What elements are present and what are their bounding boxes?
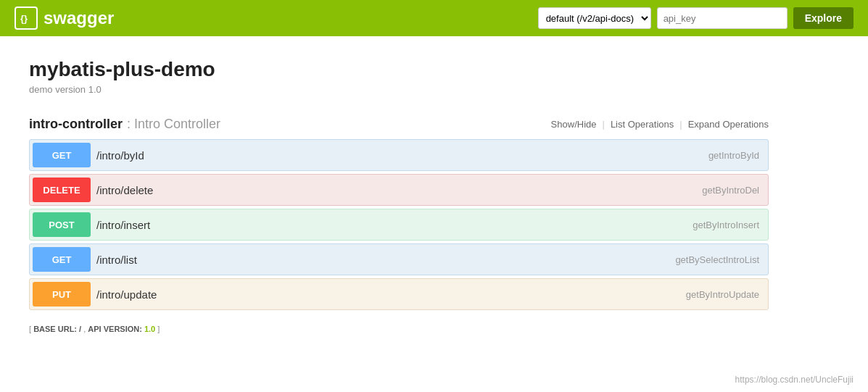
api-op-name: getByIntroInsert — [693, 220, 768, 230]
method-badge: DELETE — [33, 178, 91, 202]
api-version-label: API VERSION: — [88, 325, 144, 333]
api-row[interactable]: GET /intro/list getBySelectIntroList — [29, 243, 769, 275]
show-hide-link[interactable]: Show/Hide — [551, 119, 597, 130]
api-path: /intro/list — [96, 251, 675, 269]
api-op-name: getIntroById — [708, 150, 768, 161]
svg-text:{}: {} — [20, 13, 28, 24]
main-content: mybatis-plus-demo demo version 1.0 intro… — [0, 36, 798, 355]
controller-desc: : Intro Controller — [127, 117, 220, 132]
url-select[interactable]: default (/v2/api-docs) — [538, 7, 651, 29]
api-row[interactable]: POST /intro/insert getByIntroInsert — [29, 209, 769, 241]
api-key-input[interactable] — [657, 7, 788, 29]
footer-info: [ BASE URL: / , API VERSION: 1.0 ] — [29, 325, 769, 333]
header-controls: default (/v2/api-docs) Explore — [538, 7, 853, 29]
top-header: {} swagger default (/v2/api-docs) Explor… — [0, 0, 868, 36]
api-list: GET /intro/byId getIntroById DELETE /int… — [29, 139, 769, 310]
controller-header: intro-controller : Intro Controller Show… — [29, 117, 769, 132]
api-row[interactable]: GET /intro/byId getIntroById — [29, 139, 769, 171]
list-operations-link[interactable]: List Operations — [611, 119, 674, 130]
api-version-value: 1.0 — [144, 325, 155, 333]
api-path: /intro/insert — [96, 216, 693, 234]
app-title: mybatis-plus-demo — [29, 58, 769, 81]
expand-operations-link[interactable]: Expand Operations — [688, 119, 769, 130]
method-badge: PUT — [33, 282, 91, 306]
base-url-value: / — [79, 325, 81, 333]
explore-button[interactable]: Explore — [793, 7, 853, 29]
app-version: demo version 1.0 — [29, 84, 769, 95]
api-path: /intro/byId — [96, 146, 708, 164]
method-badge: GET — [33, 143, 91, 167]
api-op-name: getByIntroUpdate — [686, 289, 768, 300]
api-path: /intro/update — [96, 285, 686, 304]
api-path: /intro/delete — [96, 181, 702, 199]
api-op-name: getBySelectIntroList — [675, 254, 768, 265]
app-name: swagger — [44, 8, 114, 28]
method-badge: GET — [33, 247, 91, 272]
swagger-icon: {} — [15, 7, 38, 30]
api-op-name: getByIntroDel — [702, 185, 768, 196]
api-row[interactable]: DELETE /intro/delete getByIntroDel — [29, 174, 769, 206]
controller-actions: Show/Hide | List Operations | Expand Ope… — [551, 119, 769, 130]
method-badge: POST — [33, 212, 91, 237]
base-url-label: BASE URL: — [33, 325, 79, 333]
controller-name: intro-controller — [29, 117, 123, 132]
logo-area: {} swagger — [15, 7, 114, 30]
api-row[interactable]: PUT /intro/update getByIntroUpdate — [29, 278, 769, 310]
